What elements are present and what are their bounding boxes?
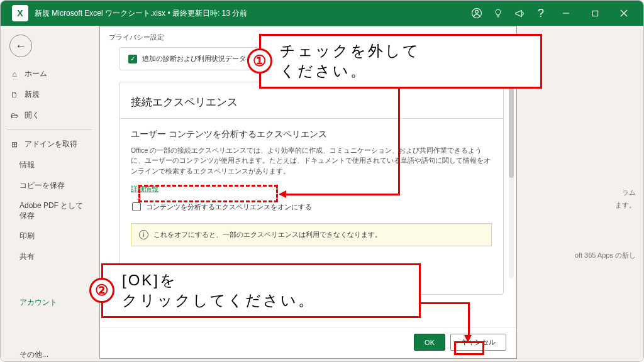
arrow-1-head [279,190,286,198]
callout-1: ① チェックを外して ください。 [259,34,542,89]
open-icon: 🗁 [9,111,19,120]
analyze-content-checkbox[interactable] [132,202,141,211]
callout-2-text: [OK]を クリックしてください。 [122,270,315,311]
arrow-2-h [421,302,470,304]
minimize-button[interactable] [552,3,580,24]
excel-app-icon: X [12,5,28,21]
subsection-desc: Office の一部の接続エクスペリエンスでは、より効率的に作成、コミュニケーシ… [131,145,492,176]
arrow-1-h [285,194,400,195]
diagnostic-label: 追加の診断および利用状況データを [142,54,253,63]
megaphone-icon[interactable] [509,3,530,24]
account-icon[interactable] [466,3,487,24]
svg-rect-3 [592,11,597,16]
bg-text: ます。 [615,200,636,210]
sidebar-adobe-pdf[interactable]: Adobe PDF として保存 [1,196,98,226]
sidebar-print[interactable]: 印刷 [1,226,98,246]
backstage-sidebar: ← ⌂ホーム 🗋新規 🗁開く ⊞アドインを取得 情報 コピーを保存 Adobe … [1,26,98,361]
sidebar-share[interactable]: 共有 [1,246,98,267]
maximize-button[interactable] [580,3,609,24]
sidebar-addins[interactable]: ⊞アドインを取得 [1,134,98,155]
callout-1-number: ① [247,48,272,74]
file-name: 新規 Microsoft Excel ワークシート.xlsx • 最終更新日時:… [35,8,247,19]
sidebar-open[interactable]: 🗁開く [1,105,98,126]
help-icon[interactable]: ? [530,3,552,24]
subsection-heading: ユーザー コンテンツを分析するエクスペリエンス [131,129,492,140]
addins-icon: ⊞ [9,140,19,149]
title-bar: X 新規 Microsoft Excel ワークシート.xlsx • 最終更新日… [1,1,643,26]
info-icon: i [139,230,148,239]
more-info-link[interactable]: 詳細情報 [131,184,158,194]
callout-2-number: ② [89,278,114,303]
close-button[interactable] [609,3,638,24]
back-button[interactable]: ← [9,35,32,57]
sidebar-other[interactable]: その他... [1,344,98,362]
sidebar-account[interactable]: アカウント [1,292,98,313]
section-heading: 接続エクスペリエンス [131,95,492,109]
sidebar-info[interactable]: 情報 [1,155,98,175]
sidebar-home[interactable]: ⌂ホーム [1,63,98,84]
callout-1-text: チェックを外して ください。 [280,41,420,82]
bg-text: ラム [622,188,636,197]
callout-2: ② [OK]を クリックしてください。 [101,263,421,318]
checkbox-checked-icon[interactable]: ✓ [128,55,137,63]
info-note: i これをオフにすると、一部のエクスペリエンスは利用できなくなります。 [131,223,492,246]
arrow-2-v [468,302,470,336]
arrow-2-head [464,335,472,343]
bg-text: oft 365 Apps の新し [575,251,636,260]
cancel-button[interactable]: キャンセル [450,334,506,351]
svg-point-1 [475,10,479,13]
ok-button[interactable]: OK [414,334,445,351]
arrow-1-v [398,85,400,194]
home-icon: ⌂ [9,70,19,79]
sidebar-new[interactable]: 🗋新規 [1,84,98,105]
analyze-content-label: コンテンツを分析するエクスペリエンスをオンにする [146,202,312,212]
lightbulb-icon[interactable] [487,3,509,24]
new-icon: 🗋 [9,90,19,99]
sidebar-save-copy[interactable]: コピーを保存 [1,175,98,196]
